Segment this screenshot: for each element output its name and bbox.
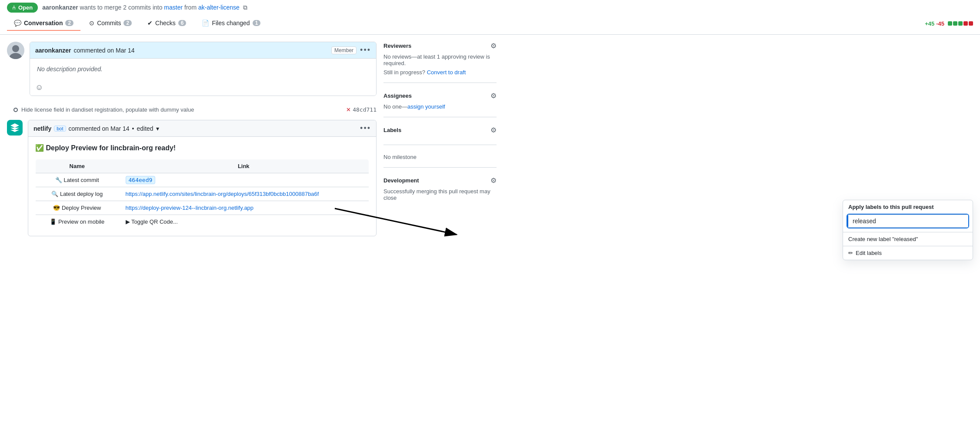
dot-separator: • [132,125,134,132]
row-name-4: 📱 Preview on mobile [36,215,119,229]
compare-icon: ⧉ [243,4,247,11]
x-icon: ✕ [346,106,351,113]
diff-additions: +45 [925,20,934,27]
tab-checks-label: Checks [155,20,176,26]
assignees-header: Assignees ⚙ [383,92,497,100]
pr-meta: aaronkanzer wants to merge 2 commits int… [42,4,247,11]
reviewers-gear-icon[interactable]: ⚙ [490,42,497,50]
sidebar: Reviewers ⚙ No reviews—at least 1 approv… [383,42,497,443]
tab-commits[interactable]: ⊙ Commits 2 [82,16,139,31]
commit-dot-icon [13,108,18,112]
deploy-table: Name Link 🔧 Latest commit 464eed9 [35,159,369,229]
deploy-log-link[interactable]: https://app.netlify.com/sites/lincbrain-… [126,191,319,197]
commit-sha: ✕ 48cd711 [346,106,377,113]
labels-dropdown: Apply labels to this pull request Create… [843,200,973,260]
labels-search-input[interactable] [847,215,968,228]
checks-icon: ✔ [147,20,153,26]
smiley-icon: ☺ [35,83,43,92]
commit-line: Hide license field in dandiset registrat… [7,103,377,116]
labels-title: Labels [383,127,401,133]
table-row: 🔧 Latest commit 464eed9 [36,173,369,187]
netlify-comment-header: netlify bot commented on Mar 14 • edited… [28,120,376,137]
in-progress-text: Still in progress? [383,69,425,76]
diff-block-4 [963,21,968,26]
qr-code-toggle[interactable]: ▶ Toggle QR Code... [126,218,178,225]
author-avatar [7,42,24,59]
assignees-gear-icon[interactable]: ⚙ [490,92,497,100]
assign-yourself-link[interactable]: assign yourself [407,103,445,110]
labels-create-button[interactable]: Create new label "released" [843,232,973,246]
netlify-avatar [7,120,23,136]
diff-block-2 [953,21,957,26]
development-gear-icon[interactable]: ⚙ [490,176,497,185]
emoji-reaction-button[interactable]: ☺ [30,79,376,96]
labels-edit-text: Edit labels [856,250,882,256]
row-name-1: 🔧 Latest commit [36,173,119,187]
labels-dropdown-header: Apply labels to this pull request [843,200,973,214]
commit-link[interactable]: 464eed9 [126,176,156,184]
row-name-3: 😎 Deploy Preview [36,201,119,215]
main-layout: aaronkanzer commented on Mar 14 Member •… [0,35,980,443]
tab-files-count: 1 [253,20,261,26]
first-comment-action: commented on Mar 14 [73,47,134,54]
master-branch-link[interactable]: master [164,4,183,11]
table-header-name: Name [36,159,119,173]
pr-open-badge: ⑃ Open [7,3,38,13]
diff-stats: +45 -45 [925,20,973,27]
tab-conversation-count: 2 [65,20,73,26]
diff-deletions: -45 [936,20,944,27]
reviewers-title: Reviewers [383,43,411,49]
table-header-link: Link [119,159,369,173]
reviewers-in-progress: Still in progress? Convert to draft [383,69,497,76]
deploy-title: ✅ Deploy Preview for lincbrain-org ready… [35,144,369,152]
development-text: Successfully merging this pull request m… [383,188,497,201]
commits-icon: ⊙ [89,20,94,26]
tab-checks[interactable]: ✔ Checks 6 [140,16,193,31]
assignees-title: Assignees [383,93,412,99]
row-link-4: ▶ Toggle QR Code... [119,215,369,229]
source-branch-link[interactable]: ak-alter-license [198,4,240,11]
conversation-area: aaronkanzer commented on Mar 14 Member •… [7,42,377,443]
labels-gear-icon[interactable]: ⚙ [490,126,497,134]
netlify-author[interactable]: netlify [33,125,51,132]
reviewers-no-reviews: No reviews—at least 1 approving review i… [383,53,497,66]
netlify-comment-box: netlify bot commented on Mar 14 • edited… [28,120,377,236]
first-comment-text: No description provided. [37,66,103,73]
first-comment-body: No description provided. [30,59,376,79]
tab-commits-label: Commits [97,20,121,26]
convert-to-draft-link[interactable]: Convert to draft [427,69,466,76]
netlify-more-button[interactable]: ••• [360,124,371,133]
row-link-2: https://app.netlify.com/sites/lincbrain-… [119,187,369,201]
sidebar-development: Development ⚙ Successfully merging this … [383,176,497,208]
diff-blocks [948,21,973,26]
sidebar-labels: Labels ⚙ [383,126,497,145]
labels-edit-button[interactable]: ✏ Edit labels [843,246,973,260]
commit-sha-text[interactable]: 48cd711 [353,106,377,113]
row-link-3: https://deploy-preview-124--lincbrain-or… [119,201,369,215]
first-comment-box: aaronkanzer commented on Mar 14 Member •… [30,42,377,96]
pencil-icon: ✏ [848,250,853,256]
chevron-down-icon[interactable]: ▾ [156,125,159,132]
sidebar-assignees: Assignees ⚙ No one—assign yourself [383,92,497,117]
first-comment-more-button[interactable]: ••• [360,46,371,55]
tab-conversation-label: Conversation [24,20,63,26]
sidebar-reviewers: Reviewers ⚙ No reviews—at least 1 approv… [383,42,497,83]
assignees-no-one: No one—assign yourself [383,103,497,110]
netlify-body: ✅ Deploy Preview for lincbrain-org ready… [28,137,376,236]
tab-checks-count: 6 [178,20,187,26]
tab-conversation[interactable]: 💬 Conversation 2 [7,16,80,31]
tab-files-changed[interactable]: 📄 Files changed 1 [195,16,267,31]
labels-search-wrapper [847,214,969,228]
files-icon: 📄 [202,20,209,26]
commit-message: Hide license field in dandiset registrat… [21,106,343,113]
milestone-text: No milestone [383,154,497,160]
table-row: 📱 Preview on mobile ▶ Toggle QR Code... [36,215,369,229]
conversation-icon: 💬 [14,20,21,26]
row-name-2: 🔍 Latest deploy log [36,187,119,201]
deploy-preview-link[interactable]: https://deploy-preview-124--lincbrain-or… [126,205,254,211]
sidebar-milestone: No milestone [383,154,497,168]
diff-block-1 [948,21,952,26]
development-title: Development [383,177,419,184]
first-comment-author[interactable]: aaronkanzer [35,47,71,54]
bot-badge: bot [54,126,66,132]
